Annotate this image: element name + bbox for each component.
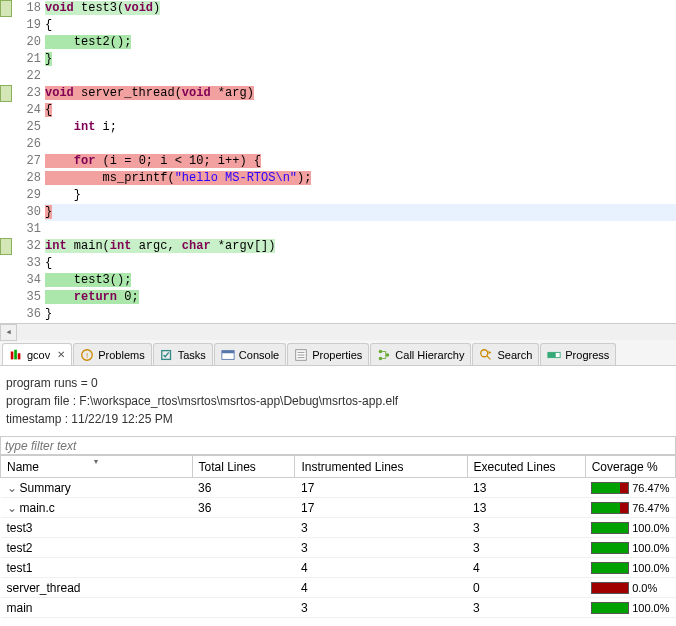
coverage-bar bbox=[591, 482, 629, 494]
cell-total bbox=[192, 538, 295, 558]
svg-line-16 bbox=[487, 355, 491, 359]
timestamp-label: timestamp : 11/22/19 12:25 PM bbox=[6, 410, 670, 428]
cell-coverage: 100.0% bbox=[585, 558, 675, 578]
tree-twisty-icon[interactable]: ⌄ bbox=[7, 481, 18, 495]
cell-total: 36 bbox=[192, 498, 295, 518]
svg-rect-18 bbox=[548, 352, 556, 357]
gcov-info-block: program runs = 0 program file : F:\works… bbox=[0, 366, 676, 436]
program-file-label: program file : F:\workspace_rtos\msrtos\… bbox=[6, 392, 670, 410]
row-name: test1 bbox=[7, 561, 33, 575]
code-line[interactable] bbox=[45, 221, 676, 238]
scroll-left-button[interactable]: ◀ bbox=[0, 324, 17, 341]
table-row[interactable]: server_thread400.0% bbox=[1, 578, 676, 598]
horizontal-scrollbar[interactable]: ◀ bbox=[0, 323, 676, 340]
line-number-gutter: 18192021222324252627282930313233343536 bbox=[12, 0, 45, 323]
coverage-bar bbox=[591, 602, 629, 614]
tab-label: gcov bbox=[27, 349, 50, 361]
table-row[interactable]: main33100.0% bbox=[1, 598, 676, 618]
callh-icon bbox=[377, 348, 391, 362]
code-line[interactable]: for (i = 0; i < 10; i++) { bbox=[45, 153, 676, 170]
tab-gcov[interactable]: gcov✕ bbox=[2, 343, 72, 365]
cell-coverage: 76.47% bbox=[585, 478, 675, 498]
tab-label: Problems bbox=[98, 349, 144, 361]
row-name: main.c bbox=[20, 501, 55, 515]
code-line[interactable]: int main(int argc, char *argv[]) bbox=[45, 238, 676, 255]
col-name-label: Name bbox=[7, 460, 39, 474]
view-tabs-bar: gcov✕!ProblemsTasksConsolePropertiesCall… bbox=[0, 340, 676, 366]
marker-column bbox=[0, 0, 12, 323]
code-line[interactable]: void server_thread(void *arg) bbox=[45, 85, 676, 102]
code-line[interactable]: void test3(void) bbox=[45, 0, 676, 17]
code-editor[interactable]: 18192021222324252627282930313233343536 v… bbox=[0, 0, 676, 340]
tab-problems[interactable]: !Problems bbox=[73, 343, 151, 365]
table-row[interactable]: test333100.0% bbox=[1, 518, 676, 538]
code-line[interactable]: } bbox=[45, 187, 676, 204]
coverage-percent: 0.0% bbox=[632, 582, 657, 594]
tab-search[interactable]: Search bbox=[472, 343, 539, 365]
code-line[interactable] bbox=[45, 68, 676, 85]
tab-properties[interactable]: Properties bbox=[287, 343, 369, 365]
svg-point-12 bbox=[379, 349, 383, 353]
progress-icon bbox=[547, 348, 561, 362]
svg-rect-1 bbox=[14, 349, 17, 359]
tab-progress[interactable]: Progress bbox=[540, 343, 616, 365]
coverage-percent: 76.47% bbox=[632, 502, 669, 514]
code-line[interactable]: { bbox=[45, 17, 676, 34]
code-line[interactable]: test3(); bbox=[45, 272, 676, 289]
code-line[interactable] bbox=[45, 136, 676, 153]
table-row[interactable]: ⌄main.c36171376.47% bbox=[1, 498, 676, 518]
console-icon bbox=[221, 348, 235, 362]
tab-label: Tasks bbox=[178, 349, 206, 361]
row-name: Summary bbox=[20, 481, 71, 495]
col-instrumented[interactable]: Instrumented Lines bbox=[295, 456, 467, 478]
filter-input[interactable] bbox=[0, 436, 676, 455]
code-content[interactable]: void test3(void){ test2();}void server_t… bbox=[45, 0, 676, 323]
cell-instr: 3 bbox=[295, 598, 467, 618]
row-name: server_thread bbox=[7, 581, 81, 595]
coverage-percent: 100.0% bbox=[632, 522, 669, 534]
tab-call-hierarchy[interactable]: Call Hierarchy bbox=[370, 343, 471, 365]
row-name: test3 bbox=[7, 521, 33, 535]
cell-coverage: 76.47% bbox=[585, 498, 675, 518]
col-coverage[interactable]: Coverage % bbox=[585, 456, 675, 478]
svg-point-13 bbox=[386, 353, 390, 357]
coverage-bar bbox=[591, 542, 629, 554]
code-line[interactable]: { bbox=[45, 255, 676, 272]
coverage-percent: 100.0% bbox=[632, 542, 669, 554]
cell-exec: 0 bbox=[467, 578, 585, 598]
coverage-bar bbox=[591, 522, 629, 534]
cell-total bbox=[192, 558, 295, 578]
col-name[interactable]: ▾Name bbox=[1, 456, 193, 478]
code-line[interactable]: } bbox=[45, 306, 676, 323]
code-line[interactable]: } bbox=[45, 204, 676, 221]
table-row[interactable]: ⌄Summary36171376.47% bbox=[1, 478, 676, 498]
svg-text:!: ! bbox=[86, 350, 88, 359]
tree-twisty-icon[interactable]: ⌄ bbox=[7, 501, 18, 515]
close-icon[interactable]: ✕ bbox=[57, 349, 65, 360]
table-row[interactable]: test144100.0% bbox=[1, 558, 676, 578]
properties-icon bbox=[294, 348, 308, 362]
tab-tasks[interactable]: Tasks bbox=[153, 343, 213, 365]
code-line[interactable]: } bbox=[45, 51, 676, 68]
code-line[interactable]: { bbox=[45, 102, 676, 119]
coverage-percent: 100.0% bbox=[632, 602, 669, 614]
table-header-row: ▾Name Total Lines Instrumented Lines Exe… bbox=[1, 456, 676, 478]
cell-instr: 4 bbox=[295, 558, 467, 578]
cell-total bbox=[192, 518, 295, 538]
cell-instr: 4 bbox=[295, 578, 467, 598]
table-row[interactable]: test233100.0% bbox=[1, 538, 676, 558]
code-line[interactable]: return 0; bbox=[45, 289, 676, 306]
cell-exec: 3 bbox=[467, 538, 585, 558]
code-line[interactable]: int i; bbox=[45, 119, 676, 136]
row-name: test2 bbox=[7, 541, 33, 555]
tab-label: Call Hierarchy bbox=[395, 349, 464, 361]
col-executed[interactable]: Executed Lines bbox=[467, 456, 585, 478]
coverage-bar bbox=[591, 502, 629, 514]
col-total[interactable]: Total Lines bbox=[192, 456, 295, 478]
cell-exec: 3 bbox=[467, 598, 585, 618]
code-line[interactable]: ms_printf("hello MS-RTOS\n"); bbox=[45, 170, 676, 187]
problems-icon: ! bbox=[80, 348, 94, 362]
tab-console[interactable]: Console bbox=[214, 343, 286, 365]
coverage-bar bbox=[591, 582, 629, 594]
code-line[interactable]: test2(); bbox=[45, 34, 676, 51]
